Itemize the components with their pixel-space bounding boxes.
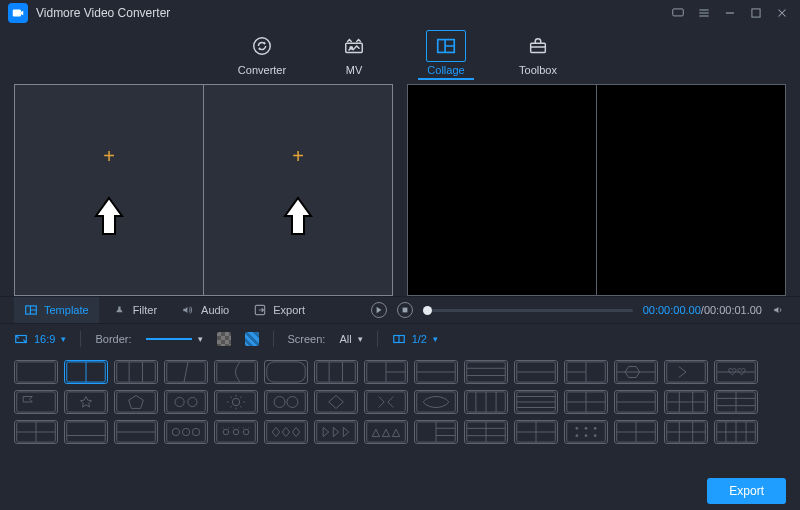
template-thumb[interactable]: [14, 360, 58, 384]
svg-marker-99: [272, 427, 279, 436]
tab-template[interactable]: Template: [14, 297, 99, 323]
template-thumb[interactable]: [264, 420, 308, 444]
template-thumb[interactable]: [564, 420, 608, 444]
template-thumb[interactable]: [364, 420, 408, 444]
border-color-swatch[interactable]: [217, 332, 231, 346]
maximize-button[interactable]: [746, 3, 766, 23]
template-thumb[interactable]: [164, 420, 208, 444]
screen-value: All: [339, 333, 351, 345]
tab-audio[interactable]: Audio: [171, 297, 239, 323]
template-thumb[interactable]: [464, 390, 508, 414]
template-thumb[interactable]: [714, 360, 758, 384]
seek-bar[interactable]: [423, 309, 633, 312]
border-style-select[interactable]: ▾: [146, 334, 203, 344]
template-thumb[interactable]: [664, 390, 708, 414]
template-thumb[interactable]: [114, 420, 158, 444]
template-thumb[interactable]: [264, 390, 308, 414]
template-thumb[interactable]: [414, 360, 458, 384]
close-button[interactable]: [772, 3, 792, 23]
svg-rect-103: [367, 422, 406, 442]
template-thumb[interactable]: [464, 420, 508, 444]
template-thumb[interactable]: [64, 360, 108, 384]
app-title: Vidmore Video Converter: [36, 6, 170, 20]
template-thumb[interactable]: [564, 390, 608, 414]
template-thumb[interactable]: [714, 420, 758, 444]
seek-handle[interactable]: [423, 306, 432, 315]
template-thumb[interactable]: [314, 390, 358, 414]
nav-mv[interactable]: MV: [326, 26, 382, 76]
template-thumb[interactable]: [264, 360, 308, 384]
template-thumb[interactable]: [64, 420, 108, 444]
footer: Export: [0, 472, 800, 510]
template-thumb[interactable]: [414, 420, 458, 444]
template-thumb[interactable]: [14, 390, 58, 414]
nav-active-underline: [418, 78, 474, 80]
nav-label: Converter: [238, 64, 286, 76]
template-thumb[interactable]: [314, 360, 358, 384]
template-thumb[interactable]: [314, 420, 358, 444]
template-thumb[interactable]: [14, 420, 58, 444]
svg-point-56: [274, 397, 285, 408]
tab-filter[interactable]: Filter: [103, 297, 167, 323]
template-thumb[interactable]: [164, 360, 208, 384]
svg-point-52: [188, 397, 197, 406]
tab-export[interactable]: Export: [243, 297, 315, 323]
app-logo-icon: [8, 3, 28, 23]
chevron-down-icon: ▾: [358, 334, 363, 344]
template-thumb[interactable]: [214, 360, 258, 384]
tabs-row: Template Filter Audio Export 00:00:00.00…: [0, 296, 800, 324]
svg-point-95: [223, 429, 229, 435]
svg-rect-58: [317, 392, 356, 412]
cursor-up-icon: [283, 196, 313, 236]
collage-slot-2[interactable]: +: [204, 85, 392, 295]
template-thumb[interactable]: [214, 390, 258, 414]
template-thumb[interactable]: [414, 390, 458, 414]
feedback-icon[interactable]: [668, 3, 688, 23]
border-pattern-swatch[interactable]: [245, 332, 259, 346]
volume-icon[interactable]: [772, 303, 786, 317]
template-thumb[interactable]: [514, 390, 558, 414]
svg-point-97: [243, 429, 249, 435]
screen-select[interactable]: All ▾: [339, 333, 362, 345]
template-thumb[interactable]: [514, 360, 558, 384]
template-thumb[interactable]: [214, 420, 258, 444]
svg-rect-2: [752, 9, 760, 17]
aspect-ratio-select[interactable]: 16:9 ▾: [14, 332, 66, 346]
template-thumb[interactable]: [114, 390, 158, 414]
template-thumb[interactable]: [514, 420, 558, 444]
svg-rect-46: [17, 392, 56, 412]
svg-rect-86: [67, 422, 106, 442]
template-thumb[interactable]: [664, 420, 708, 444]
template-thumb[interactable]: [614, 360, 658, 384]
template-thumb[interactable]: [564, 360, 608, 384]
template-thumb[interactable]: [664, 360, 708, 384]
split-value: 1/2: [412, 333, 427, 345]
nav-toolbox[interactable]: Toolbox: [510, 26, 566, 76]
top-nav: Converter MV Collage Toolbox: [0, 26, 800, 84]
nav-collage[interactable]: Collage: [418, 26, 474, 80]
split-select[interactable]: 1/2 ▾: [392, 332, 438, 346]
nav-label: MV: [346, 64, 363, 76]
nav-converter[interactable]: Converter: [234, 26, 290, 76]
collage-edit-pane: + +: [14, 84, 393, 296]
menu-icon[interactable]: [694, 3, 714, 23]
chevron-down-icon: ▾: [198, 334, 203, 344]
template-thumb[interactable]: [164, 390, 208, 414]
template-thumb[interactable]: [614, 420, 658, 444]
template-thumb[interactable]: [64, 390, 108, 414]
template-thumb[interactable]: [614, 390, 658, 414]
svg-rect-14: [17, 362, 56, 382]
svg-rect-48: [117, 392, 156, 412]
collage-slot-1[interactable]: +: [15, 85, 204, 295]
template-thumb[interactable]: [114, 360, 158, 384]
stop-button[interactable]: [397, 302, 413, 318]
export-button[interactable]: Export: [707, 478, 786, 504]
play-button[interactable]: [371, 302, 387, 318]
template-thumb[interactable]: [364, 390, 408, 414]
preview-half-1: [408, 85, 597, 295]
template-thumb[interactable]: [714, 390, 758, 414]
template-thumb[interactable]: [364, 360, 408, 384]
minimize-button[interactable]: [720, 3, 740, 23]
template-thumb[interactable]: [464, 360, 508, 384]
svg-point-54: [232, 398, 239, 405]
